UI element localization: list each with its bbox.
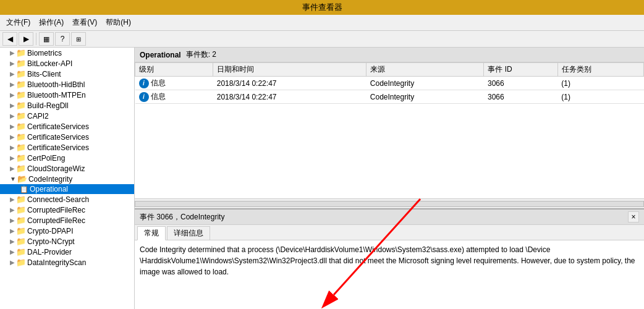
horizontal-scrollbar[interactable] [135, 198, 644, 208]
log-icon: 📋 [20, 185, 28, 193]
toolbar-btn-5[interactable]: ⊞ [71, 32, 86, 46]
tree-item-dataintegrity[interactable]: ▶ 📁 DataIntegrityScan [0, 257, 134, 268]
tree-item-certsvcs1[interactable]: ▶ 📁 CertificateServices [0, 121, 134, 132]
tree-item-cloudstorwiz[interactable]: ▶ 📁 CloudStorageWiz [0, 163, 134, 174]
cell-datetime: 2018/3/14 0:22:47 [213, 90, 366, 104]
event-detail-area: 事件 3066，CodeIntegrity × 常规 详细信息 Code Int… [135, 208, 644, 309]
tree-label: Crypto-DPAPI [27, 227, 73, 235]
tree-item-build[interactable]: ▶ 📁 Build-RegDll [0, 100, 134, 111]
level-text: 信息 [151, 92, 166, 101]
tree-item-certsvcs3[interactable]: ▶ 📁 CertificateServices [0, 142, 134, 153]
toolbar-separator [36, 33, 36, 45]
col-level[interactable]: 级别 [135, 63, 213, 77]
folder-icon: 📂 [17, 174, 27, 184]
table-row[interactable]: i 信息 2018/3/14 0:22:47 CodeIntegrity 306… [135, 90, 644, 104]
tree-item-biometrics[interactable]: ▶ 📁 Biometrics [0, 48, 134, 58]
expand-icon: ▶ [10, 49, 15, 56]
tree-label: Bluetooth-HidBthl [27, 80, 85, 89]
tree-label: CodeIntegrity [28, 175, 72, 184]
menu-action[interactable]: 操作(A) [35, 16, 67, 29]
cell-datetime: 2018/3/14 0:22:47 [213, 77, 366, 90]
folder-icon: 📁 [16, 143, 26, 152]
folder-icon: 📁 [16, 101, 26, 110]
expand-icon: ▶ [10, 206, 15, 213]
scroll-track[interactable] [135, 201, 644, 207]
toolbar: ◀ ▶ ▦ ? ⊞ [0, 31, 644, 48]
events-table: 级别 日期和时间 来源 事件 ID 任务类别 i 信息 [135, 62, 644, 104]
tree-label: CAPI2 [27, 112, 49, 121]
expand-icon: ▶ [10, 102, 15, 109]
tree-item-codeintegrity[interactable]: ▼ 📂 CodeIntegrity [0, 174, 134, 184]
tree-item-crypto-dpapi[interactable]: ▶ 📁 Crypto-DPAPI [0, 226, 134, 236]
expand-icon: ▶ [10, 60, 15, 67]
tree-item-bitlocker[interactable]: ▶ 📁 BitLocker-API [0, 58, 134, 69]
expand-icon: ▶ [10, 259, 15, 266]
folder-icon: 📁 [16, 247, 26, 256]
title-text: 事件查看器 [302, 2, 342, 12]
cell-taskcat: (1) [557, 77, 643, 90]
tree-item-corrupted2[interactable]: ▶ 📁 CorruptedFileRec [0, 215, 134, 226]
folder-icon: 📁 [16, 258, 26, 267]
tab-details[interactable]: 详细信息 [167, 226, 210, 240]
tab-general[interactable]: 常规 [137, 226, 166, 240]
tree-label: CertificateServices [27, 133, 89, 142]
col-eventid[interactable]: 事件 ID [484, 63, 557, 77]
tree-item-connected-search[interactable]: ▶ 📁 Connected-Search [0, 194, 134, 205]
event-detail-header: 事件 3066，CodeIntegrity × [135, 210, 644, 225]
toolbar-btn-help[interactable]: ? [55, 32, 70, 46]
cell-source: CodeIntegrity [366, 90, 484, 104]
folder-icon: 📁 [16, 80, 26, 89]
event-list-header: Operational 事件数: 2 [135, 48, 644, 62]
tree-item-corrupted1[interactable]: ▶ 📁 CorruptedFileRec [0, 205, 134, 215]
tree-item-certpoleng[interactable]: ▶ 📁 CertPolEng [0, 153, 134, 163]
cell-taskcat: (1) [557, 90, 643, 104]
tree-label: Bits-Client [27, 70, 61, 78]
forward-button[interactable]: ▶ [19, 32, 33, 46]
cell-source: CodeIntegrity [366, 77, 484, 90]
info-icon: i [139, 78, 149, 88]
folder-icon: 📁 [16, 90, 26, 99]
tree-item-bluetooth-hid[interactable]: ▶ 📁 Bluetooth-HidBthl [0, 79, 134, 90]
close-button[interactable]: × [628, 211, 639, 222]
expand-icon: ▶ [10, 133, 15, 140]
expand-icon: ▶ [10, 91, 15, 98]
main-layout: ▶ 📁 Biometrics ▶ 📁 BitLocker-API ▶ 📁 Bit… [0, 48, 644, 309]
tree-label: Connected-Search [27, 195, 89, 204]
expand-icon: ▶ [10, 112, 15, 119]
tree-label: Biometrics [27, 49, 62, 57]
detail-tabs: 常规 详细信息 [135, 225, 644, 240]
toolbar-btn-3[interactable]: ▦ [39, 32, 54, 46]
title-bar: 事件查看器 [0, 0, 644, 15]
tree-item-capi2[interactable]: ▶ 📁 CAPI2 [0, 111, 134, 121]
col-source[interactable]: 来源 [366, 63, 484, 77]
col-taskcat[interactable]: 任务类别 [557, 63, 643, 77]
tree-label: Build-RegDll [27, 101, 69, 110]
tree-item-certsvcs2[interactable]: ▶ 📁 CertificateServices [0, 132, 134, 142]
folder-icon: 📁 [16, 69, 26, 78]
cell-level: i 信息 [135, 90, 213, 104]
expand-icon: ▶ [10, 165, 15, 172]
expand-icon: ▶ [10, 70, 15, 77]
tree-item-operational[interactable]: 📋 Operational [0, 184, 134, 194]
table-row[interactable]: i 信息 2018/3/14 0:22:47 CodeIntegrity 306… [135, 77, 644, 90]
table-body: i 信息 2018/3/14 0:22:47 CodeIntegrity 306… [135, 77, 644, 104]
menu-view[interactable]: 查看(V) [69, 16, 101, 29]
cell-eventid: 3066 [484, 77, 557, 90]
tree-item-dal-provider[interactable]: ▶ 📁 DAL-Provider [0, 247, 134, 257]
folder-icon: 📁 [16, 195, 26, 204]
back-button[interactable]: ◀ [2, 32, 17, 46]
expand-icon: ▶ [10, 217, 15, 224]
folder-icon: 📁 [16, 122, 26, 131]
col-datetime[interactable]: 日期和时间 [213, 63, 366, 77]
tree-label: BitLocker-API [27, 59, 72, 68]
tree-item-crypto-ncrypt[interactable]: ▶ 📁 Crypto-NCrypt [0, 236, 134, 247]
tree-item-bluetooth-mtp[interactable]: ▶ 📁 Bluetooth-MTPEn [0, 90, 134, 100]
menu-help[interactable]: 帮助(H) [102, 16, 135, 29]
tree-label: Crypto-NCrypt [27, 237, 75, 246]
folder-icon: 📁 [16, 237, 26, 246]
menu-file[interactable]: 文件(F) [2, 16, 34, 29]
tree-item-bits[interactable]: ▶ 📁 Bits-Client [0, 69, 134, 79]
expand-icon: ▶ [10, 144, 15, 151]
folder-icon: 📁 [16, 59, 26, 68]
tree-label: CertPolEng [27, 154, 65, 163]
